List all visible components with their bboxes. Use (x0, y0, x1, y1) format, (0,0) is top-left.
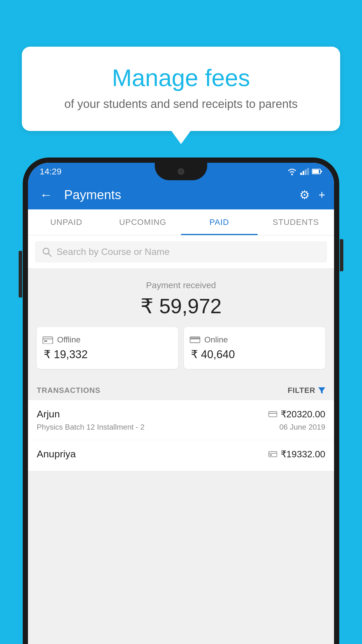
online-label: Online (204, 335, 228, 344)
transaction-name: Arjun (37, 408, 60, 420)
transactions-header: TRANSACTIONS FILTER (28, 378, 334, 400)
phone-inner: 14:29 (28, 163, 334, 644)
svg-marker-16 (318, 387, 325, 394)
back-button[interactable]: ← (37, 185, 55, 205)
filter-icon (318, 387, 325, 394)
tab-upcoming[interactable]: UPCOMING (105, 209, 181, 235)
svg-rect-21 (270, 454, 272, 456)
svg-rect-7 (321, 171, 322, 172)
svg-rect-2 (303, 171, 304, 175)
transaction-description: Physics Batch 12 Installment - 2 (37, 423, 145, 432)
transaction-amount: ₹20320.00 (281, 409, 325, 420)
search-box[interactable]: Search by Course or Name (35, 241, 327, 262)
signal-icon (300, 168, 309, 175)
payment-cards: Offline ₹ 19,332 Online (37, 327, 325, 369)
tab-students[interactable]: STUDENTS (258, 209, 334, 235)
search-container: Search by Course or Name (28, 235, 334, 269)
phone-notch (155, 163, 207, 180)
bubble-title: Manage fees (36, 64, 326, 92)
online-type-icon (268, 411, 277, 417)
transactions-label: TRANSACTIONS (37, 386, 101, 395)
offline-amount: ₹ 19,332 (43, 348, 88, 361)
payment-summary: Payment received ₹ 59,972 Offline (28, 269, 334, 378)
battery-icon (312, 169, 322, 174)
payment-received-label: Payment received (37, 280, 325, 290)
phone-outer: 14:29 (23, 158, 339, 644)
app-bar: ← Payments ⚙ + (28, 180, 334, 209)
settings-icon[interactable]: ⚙ (299, 188, 310, 202)
transaction-row-bottom: Physics Batch 12 Installment - 2 06 June… (37, 423, 325, 432)
svg-rect-19 (269, 452, 277, 457)
payment-total-amount: ₹ 59,972 (37, 294, 325, 318)
transaction-date: 06 June 2019 (279, 423, 325, 432)
svg-rect-12 (44, 340, 47, 342)
transaction-row-top: Arjun ₹20320.00 (37, 408, 325, 420)
tab-paid[interactable]: PAID (181, 209, 258, 235)
app-bar-title: Payments (64, 188, 294, 202)
add-button[interactable]: + (319, 188, 325, 202)
transaction-amount-wrap: ₹20320.00 (268, 409, 325, 420)
online-payment-card: Online ₹ 40,640 (184, 327, 325, 369)
filter-label: FILTER (288, 386, 315, 395)
svg-rect-1 (300, 173, 302, 175)
transaction-amount-wrap: ₹19332.00 (268, 449, 325, 460)
offline-type-icon (268, 451, 277, 457)
transactions-list: Arjun ₹20320.00 Physics Batch 12 Install… (28, 400, 334, 471)
status-time: 14:29 (40, 167, 61, 176)
status-icons (287, 168, 322, 175)
search-icon (42, 247, 52, 257)
bubble-subtitle: of your students and send receipts to pa… (36, 97, 326, 111)
svg-point-0 (291, 174, 293, 175)
transaction-amount: ₹19332.00 (281, 449, 325, 460)
table-row[interactable]: Arjun ₹20320.00 Physics Batch 12 Install… (28, 400, 334, 440)
offline-payment-card: Offline ₹ 19,332 (37, 327, 178, 369)
tabs: UNPAID UPCOMING PAID STUDENTS (28, 209, 334, 235)
camera (178, 168, 184, 175)
transaction-row-top: Anupriya ₹19332.00 (37, 448, 325, 460)
online-icon (190, 336, 200, 344)
tab-unpaid[interactable]: UNPAID (28, 209, 105, 235)
filter-button[interactable]: FILTER (288, 386, 325, 395)
svg-rect-4 (307, 168, 309, 175)
svg-line-9 (48, 253, 51, 256)
offline-card-header: Offline (43, 335, 80, 344)
phone-mockup: 14:29 (23, 158, 339, 644)
svg-rect-17 (269, 412, 277, 417)
search-placeholder: Search by Course or Name (57, 246, 170, 257)
wifi-icon (287, 168, 297, 175)
svg-rect-10 (43, 337, 53, 344)
app-bar-icons: ⚙ + (299, 188, 325, 202)
online-amount: ₹ 40,640 (190, 348, 235, 361)
table-row[interactable]: Anupriya ₹19332.00 (28, 440, 334, 471)
offline-icon (43, 336, 53, 344)
svg-rect-6 (312, 170, 319, 173)
transaction-name: Anupriya (37, 448, 76, 460)
svg-rect-3 (305, 169, 307, 175)
online-card-header: Online (190, 335, 228, 344)
speech-bubble: Manage fees of your students and send re… (22, 47, 340, 131)
offline-label: Offline (57, 335, 80, 344)
